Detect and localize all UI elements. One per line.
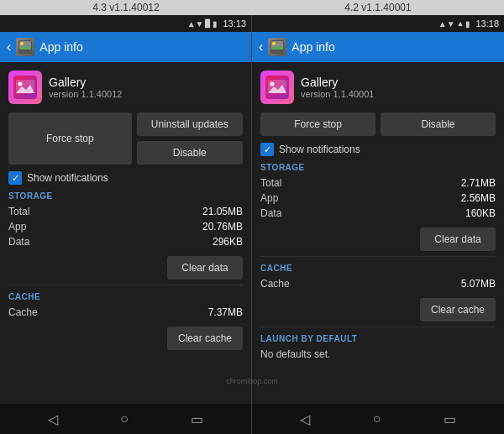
right-notifications-row[interactable]: ✓ Show notifications (260, 143, 496, 156)
left-gallery-icon (8, 71, 42, 104)
right-signal-icon: ▲ (457, 19, 465, 28)
right-back-icon[interactable]: ‹ (259, 39, 263, 55)
left-status-icons: ▲▼ ▉ ▮ (187, 19, 218, 29)
svg-point-15 (270, 82, 275, 86)
left-signal-icon: ▲▼ (187, 19, 204, 29)
right-gallery-icon (260, 71, 294, 104)
right-cache-row: Cache 5.07MB (260, 276, 496, 291)
right-clear-data-button[interactable]: Clear data (420, 227, 496, 251)
right-app-label: App (260, 192, 278, 204)
right-cache-value: 5.07MB (461, 278, 496, 290)
left-app-version: version 1.1.40012 (49, 89, 122, 99)
right-divider (260, 256, 496, 257)
left-app-name: Gallery (49, 76, 122, 89)
right-app-value: 2.56MB (461, 192, 496, 204)
right-status-icons: ▲▼ ▲ ▮ (438, 19, 471, 29)
right-home-nav-button[interactable]: ○ (363, 408, 391, 430)
left-home-nav-button[interactable]: ○ (110, 408, 139, 430)
left-data-value: 296KB (213, 236, 243, 248)
left-total-label: Total (8, 206, 29, 217)
left-main-buttons: Force stop Uninstall updates Disable (8, 112, 243, 165)
left-notifications-checkbox[interactable]: ✓ (8, 171, 22, 185)
left-clear-cache-button[interactable]: Clear cache (167, 327, 243, 350)
right-content: Gallery version 1.1.40001 Force stop Dis… (252, 62, 504, 404)
left-force-stop-button[interactable]: Force stop (8, 112, 132, 165)
left-clear-cache-row: Clear cache (8, 327, 243, 350)
right-data-label: Data (260, 207, 281, 219)
right-divider2 (260, 327, 496, 327)
right-data-value: 160KB (465, 207, 496, 219)
svg-point-11 (272, 42, 276, 45)
right-app-bar: ‹ App info (252, 32, 504, 62)
right-clear-cache-row: Clear cache (260, 298, 496, 322)
right-nav-bar: ◁ ○ ▭ (252, 404, 504, 434)
right-disable-button[interactable]: Disable (381, 112, 496, 136)
left-nav-bar: ◁ ○ ▭ (0, 404, 251, 434)
right-main-buttons: Force stop Disable (260, 112, 496, 136)
left-back-icon[interactable]: ‹ (7, 39, 11, 55)
left-app-label: App (8, 221, 26, 233)
left-app-bar: ‹ App info (0, 32, 251, 62)
right-storage-total: Total 2.71MB (260, 175, 496, 191)
left-clear-data-button[interactable]: Clear data (167, 256, 243, 280)
right-force-stop-button[interactable]: Force stop (260, 112, 375, 136)
left-storage-total: Total 21.05MB (8, 204, 243, 219)
right-clear-data-row: Clear data (260, 227, 496, 251)
right-cache-label: Cache (260, 278, 290, 290)
left-storage-data: Data 296KB (8, 234, 243, 249)
right-wifi-icon: ▲▼ (438, 19, 455, 29)
left-app-icon (16, 38, 34, 56)
left-cache-row: Cache 7.37MB (8, 305, 243, 320)
left-app-name-block: Gallery version 1.1.40012 (49, 76, 122, 99)
left-data-label: Data (8, 236, 29, 248)
right-notifications-label: Show notifications (279, 144, 360, 155)
left-app-value: 20.76MB (202, 221, 243, 233)
right-app-name-block: Gallery version 1.1.40001 (301, 76, 374, 99)
left-back-nav-button[interactable]: ◁ (38, 408, 68, 431)
svg-point-3 (20, 42, 24, 45)
left-clear-data-row: Clear data (8, 256, 243, 280)
right-status-bar: ▲▼ ▲ ▮ 13:18 (252, 15, 504, 32)
left-data-icon: ▉ (205, 19, 211, 28)
left-notifications-row[interactable]: ✓ Show notifications (8, 171, 243, 185)
right-launch-row: No defaults set. (260, 347, 496, 362)
left-disable-button[interactable]: Disable (137, 141, 244, 165)
right-phone: ▲▼ ▲ ▮ 13:18 ‹ App info (252, 15, 504, 434)
left-storage-app: App 20.76MB (8, 219, 243, 234)
right-notifications-checkbox[interactable]: ✓ (260, 143, 274, 156)
left-status-bar: ▲▼ ▉ ▮ 13:13 (0, 15, 251, 32)
right-time: 13:18 (475, 18, 499, 29)
right-app-header: Gallery version 1.1.40001 (260, 71, 496, 104)
right-app-icon (268, 38, 286, 56)
left-uninstall-updates-button[interactable]: Uninstall updates (137, 112, 244, 136)
left-recent-nav-button[interactable]: ▭ (181, 408, 213, 431)
right-storage-data: Data 160KB (260, 206, 496, 221)
phones-row: ▲▼ ▉ ▮ 13:13 ‹ App info (0, 15, 504, 434)
left-app-bar-title: App info (39, 40, 82, 54)
right-total-label: Total (260, 177, 281, 189)
right-app-name: Gallery (301, 76, 374, 89)
left-notifications-label: Show notifications (27, 172, 108, 184)
right-clear-cache-button[interactable]: Clear cache (420, 298, 496, 322)
left-content: Gallery version 1.1.40012 Force stop Uni… (0, 62, 251, 404)
left-divider (8, 285, 243, 285)
left-cache-label: Cache (8, 306, 38, 318)
left-battery-icon: ▮ (213, 19, 218, 29)
left-version-label: 4.3 v1.1.40012 (0, 2, 252, 13)
right-launch-header: LAUNCH BY DEFAULT (260, 334, 496, 343)
left-cache-header: CACHE (8, 292, 243, 301)
right-version-label: 4.2 v1.1.40001 (252, 2, 504, 13)
left-app-header: Gallery version 1.1.40012 (8, 71, 243, 104)
left-total-value: 21.05MB (202, 206, 243, 217)
right-app-bar-title: App info (291, 40, 334, 54)
comparison-labels: 4.3 v1.1.40012 4.2 v1.1.40001 (0, 0, 504, 15)
right-battery-icon: ▮ (465, 19, 470, 29)
right-no-defaults: No defaults set. (260, 348, 330, 360)
right-cache-header: CACHE (260, 264, 496, 273)
right-recent-nav-button[interactable]: ▭ (433, 408, 466, 431)
right-storage-app: App 2.56MB (260, 191, 496, 206)
right-total-value: 2.71MB (461, 177, 496, 189)
left-cache-value: 7.37MB (208, 306, 243, 318)
right-back-nav-button[interactable]: ◁ (290, 408, 320, 431)
left-right-buttons: Uninstall updates Disable (137, 112, 244, 165)
